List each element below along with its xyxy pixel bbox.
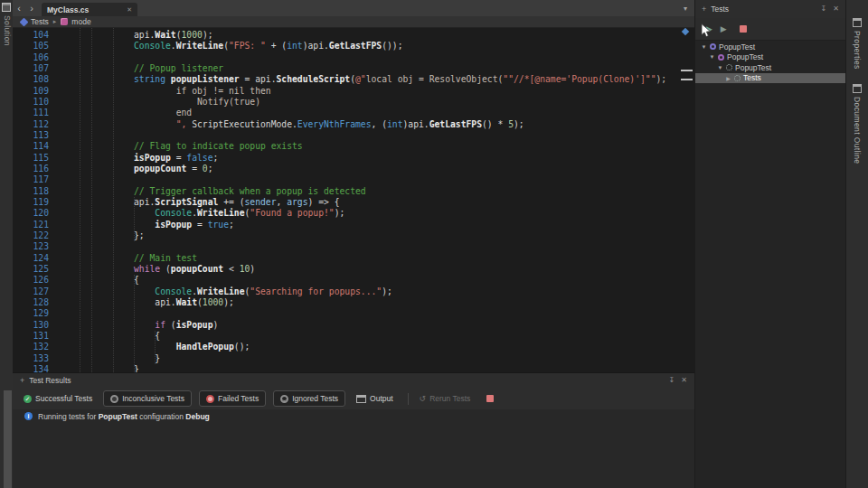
pad-handle-icon: + (702, 5, 706, 14)
nav-forward-button[interactable]: › (25, 2, 38, 14)
tests-panel-title: Tests (711, 5, 729, 14)
line-number: 117 (13, 174, 49, 185)
line-number: 130 (13, 320, 49, 331)
tree-item-label: PopupTest (719, 42, 755, 52)
code-line[interactable]: 134 } (13, 364, 694, 372)
close-icon[interactable]: ✕ (833, 5, 839, 14)
line-number: 125 (13, 264, 49, 275)
test-results-panel: + Test Results ↧ ✕ ✓Successful TestsInco… (13, 372, 694, 488)
code-line[interactable]: 105 Console.WriteLine("FPS: " + (int)api… (13, 41, 694, 52)
filter-button-failed[interactable]: Failed Tests (199, 390, 266, 407)
sidebar-tab-document-outline[interactable]: Document Outline (846, 84, 868, 164)
code-line[interactable]: 114 // Flag to indicate popup exists (13, 141, 694, 152)
code-line[interactable]: 104 api.Wait(1000); (13, 30, 694, 41)
pin-icon[interactable]: ↧ (821, 5, 827, 14)
filter-button-output[interactable]: Output (353, 391, 397, 406)
breadcrumb-item-tests[interactable]: Tests (21, 17, 49, 26)
properties-icon (853, 18, 862, 27)
failed-icon (206, 395, 214, 403)
code-line[interactable]: 106 (13, 52, 694, 63)
line-number: 134 (13, 364, 49, 372)
document-outline-icon (853, 84, 862, 93)
line-number: 120 (13, 208, 49, 219)
caret-expanded-icon[interactable]: ▼ (709, 54, 715, 60)
close-icon[interactable]: ✕ (681, 376, 687, 385)
tab-list-dropdown-icon[interactable]: ▾ (684, 5, 687, 13)
rerun-tests-button[interactable]: ↺ Rerun Tests (420, 394, 471, 403)
code-line[interactable]: 126 { (13, 275, 694, 286)
tab-myclass[interactable]: MyClass.cs ✕ (42, 3, 137, 16)
code-line[interactable]: 129 (13, 308, 694, 319)
code-line[interactable]: 112 ", ScriptExecutionMode.EveryNthFrame… (13, 119, 694, 130)
filter-label: Output (370, 394, 393, 403)
tab-close-icon[interactable]: ✕ (127, 6, 132, 14)
left-dock-scrollbar[interactable] (4, 390, 12, 488)
test-results-title: Test Results (29, 376, 71, 385)
code-line[interactable]: 132 HandlePopup(); (13, 342, 694, 352)
caret-expanded-icon[interactable]: ▼ (701, 44, 707, 50)
pin-icon[interactable]: ↧ (669, 376, 675, 385)
filter-button-inconclusive[interactable]: Inconclusive Tests (103, 390, 192, 407)
code-line[interactable]: 120 Console.WriteLine("Found a popup!"); (13, 208, 694, 219)
code-line[interactable]: 116 popupCount = 0; (13, 164, 694, 174)
sidebar-tab-properties[interactable]: Properties (846, 18, 868, 70)
code-line[interactable]: 111 end (13, 108, 694, 118)
tests-tree-item-popuptest[interactable]: ▼PopupTest (695, 52, 845, 63)
stop-tests-icon[interactable] (740, 25, 747, 33)
filter-label: Successful Tests (35, 394, 92, 403)
code-line[interactable]: 115 isPopup = false; (13, 153, 694, 164)
code-line[interactable]: 121 isPopup = true; (13, 220, 694, 230)
code-line[interactable]: 128 api.Wait(1000); (13, 297, 694, 308)
code-line[interactable]: 124 // Main test (13, 253, 694, 264)
tree-item-label: PopupTest (735, 63, 771, 72)
code-line[interactable]: 122 }; (13, 230, 694, 241)
line-number: 106 (13, 52, 49, 63)
sidebar-tab-solution[interactable]: Solution (1, 15, 12, 46)
debug-tests-icon[interactable]: ▶ (721, 24, 727, 33)
code-line[interactable]: 108 string popupListener = api.ScheduleS… (13, 74, 694, 85)
solution-pad-icon[interactable] (2, 3, 11, 12)
code-line[interactable]: 119 api.ScriptSignal += (sender, args) =… (13, 197, 694, 208)
stop-tests-button[interactable] (486, 395, 494, 402)
code-editor[interactable]: 104 api.Wait(1000);105 Console.WriteLine… (13, 28, 694, 372)
tests-toolbar: ▶▶ ▶ (695, 18, 845, 41)
code-line[interactable]: 107 // Popup listener (13, 63, 694, 74)
code-line[interactable]: 130 if (isPopup) (13, 320, 694, 331)
filter-button-ignored[interactable]: Ignored Tests (273, 390, 345, 407)
scrollbar-change-marker (681, 79, 693, 80)
code-line[interactable]: 113 (13, 130, 694, 141)
line-number: 129 (13, 308, 49, 319)
tests-tree-item-tests[interactable]: ▶Tests (695, 73, 845, 84)
filters-container: ✓Successful TestsInconclusive TestsFaile… (20, 390, 397, 407)
filter-button-success[interactable]: ✓Successful Tests (20, 391, 96, 406)
line-number: 127 (13, 286, 49, 297)
line-number: 124 (13, 253, 49, 264)
tests-tree-item-popuptest[interactable]: ▼PopupTest (695, 62, 845, 73)
code-line[interactable]: 133 } (13, 353, 694, 364)
tree-item-label: PopupTest (727, 52, 763, 61)
breadcrumb: Tests ▸ mode (13, 16, 694, 28)
scrollbar-change-marker (681, 70, 693, 71)
code-line[interactable]: 118 // Trigger callback when a popup is … (13, 186, 694, 197)
output-icon (356, 395, 366, 403)
tests-tree-item-popuptest[interactable]: ▼PopupTest (695, 42, 845, 52)
test-node-icon (718, 54, 724, 61)
code-line[interactable]: 125 while (popupCount < 10) (13, 264, 694, 275)
line-number: 121 (13, 220, 49, 230)
code-line[interactable]: 131 { (13, 331, 694, 342)
nav-back-button[interactable]: ‹ (13, 2, 25, 14)
code-line[interactable]: 127 Console.WriteLine("Searching for pop… (13, 286, 694, 297)
code-line[interactable]: 109 if obj != nil then (13, 86, 694, 97)
code-lines: 104 api.Wait(1000);105 Console.WriteLine… (13, 30, 694, 372)
caret-expanded-icon[interactable]: ▼ (717, 65, 723, 70)
toolbar-separator (408, 393, 409, 405)
code-line[interactable]: 110 Notify(true) (13, 97, 694, 108)
chevron-right-icon: ▸ (53, 18, 57, 25)
pad-handle-icon: + (20, 377, 24, 385)
line-number: 132 (13, 342, 49, 352)
success-icon: ✓ (24, 395, 32, 403)
caret-collapsed-icon[interactable]: ▶ (725, 75, 731, 81)
breadcrumb-item-mode[interactable]: mode (61, 17, 90, 26)
code-line[interactable]: 117 (13, 174, 694, 185)
code-line[interactable]: 123 (13, 241, 694, 252)
